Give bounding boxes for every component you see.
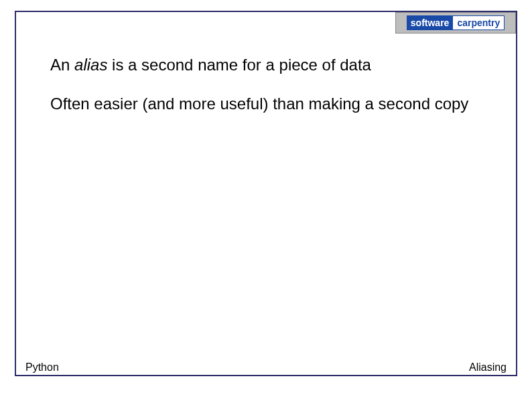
logo-text-software: software bbox=[407, 15, 454, 30]
text-emphasis-alias: alias bbox=[74, 56, 107, 74]
software-carpentry-logo: software carpentry bbox=[395, 12, 516, 34]
text-post: is a second name for a piece of data bbox=[107, 56, 371, 74]
text-pre: An bbox=[50, 56, 74, 74]
logo-inner: software carpentry bbox=[407, 15, 505, 30]
slide-content: An alias is a second name for a piece of… bbox=[50, 54, 492, 131]
content-line-1: An alias is a second name for a piece of… bbox=[50, 54, 492, 76]
footer-right: Aliasing bbox=[469, 361, 507, 374]
footer-left: Python bbox=[25, 361, 59, 374]
logo-text-carpentry: carpentry bbox=[453, 15, 505, 30]
content-line-2: Often easier (and more useful) than maki… bbox=[50, 93, 492, 115]
